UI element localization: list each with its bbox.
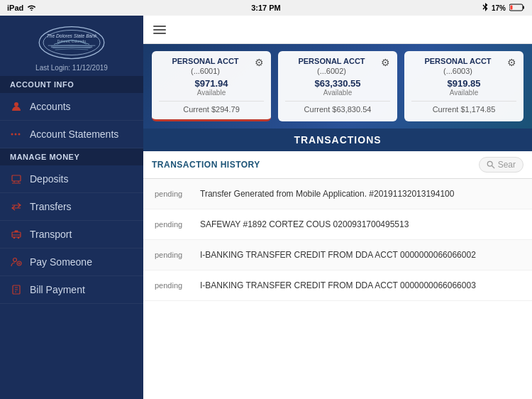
account-gear-2[interactable]: ⚙ bbox=[507, 57, 516, 68]
transaction-status-3: pending bbox=[155, 281, 190, 290]
account-gear-1[interactable]: ⚙ bbox=[381, 57, 390, 68]
sidebar-item-transport-label: Transport bbox=[30, 229, 72, 240]
hamburger-menu-button[interactable] bbox=[153, 26, 166, 34]
app-container: The Dolores State Bank Dolores, Colorado… bbox=[0, 16, 532, 399]
transport-icon bbox=[10, 228, 23, 241]
transactions-header: TRANSACTIONS bbox=[143, 129, 532, 151]
sidebar: The Dolores State Bank Dolores, Colorado… bbox=[0, 16, 143, 399]
account-card-1[interactable]: PERSONAL ACCT (...6002) ⚙ $63,330.55 Ava… bbox=[278, 51, 397, 121]
sidebar-item-transport[interactable]: Transport bbox=[0, 221, 143, 248]
svg-rect-1 bbox=[523, 6, 524, 9]
sidebar-item-transfers-label: Transfers bbox=[30, 201, 72, 212]
svg-point-10 bbox=[11, 133, 13, 136]
account-card-0[interactable]: PERSONAL ACCT (...6001) ⚙ $971.94 Availa… bbox=[152, 51, 271, 121]
search-icon bbox=[487, 160, 495, 169]
bill-icon bbox=[10, 283, 23, 296]
transaction-desc-2: I-BANKING TRANSFER CREDIT FROM DDA ACCT … bbox=[200, 250, 521, 260]
account-avail-1: Available bbox=[285, 89, 390, 97]
transfer-icon bbox=[10, 200, 23, 213]
status-bar-time: 3:17 PM bbox=[251, 4, 281, 12]
last-login-text: Last Login: 11/12/2019 bbox=[35, 64, 108, 72]
bluetooth-icon bbox=[482, 3, 488, 13]
table-row: pending Transfer Generated from Mobile A… bbox=[143, 179, 532, 209]
wifi-icon bbox=[27, 4, 36, 12]
svg-point-15 bbox=[13, 237, 16, 239]
transaction-desc-3: I-BANKING TRANSFER CREDIT FROM DDA ACCT … bbox=[200, 280, 521, 290]
svg-point-9 bbox=[14, 102, 18, 106]
dots-icon bbox=[10, 128, 23, 141]
sidebar-item-accounts-label: Accounts bbox=[30, 101, 71, 112]
status-bar: iPad 3:17 PM 17% bbox=[0, 0, 532, 16]
search-placeholder: Sear bbox=[498, 160, 516, 170]
svg-point-17 bbox=[13, 258, 17, 262]
search-box[interactable]: Sear bbox=[479, 157, 523, 173]
sidebar-item-pay-someone-label: Pay Someone bbox=[30, 256, 92, 268]
sidebar-logo: The Dolores State Bank Dolores, Colorado… bbox=[0, 16, 143, 76]
account-balance-0: $971.94 bbox=[159, 78, 264, 89]
sidebar-item-bill-payment[interactable]: Bill Payment bbox=[0, 276, 143, 304]
account-card-header-0: PERSONAL ACCT (...6001) ⚙ bbox=[159, 57, 264, 75]
person-icon bbox=[10, 100, 23, 113]
accounts-section: PERSONAL ACCT (...6001) ⚙ $971.94 Availa… bbox=[143, 44, 532, 129]
svg-point-12 bbox=[18, 133, 21, 136]
sidebar-item-account-statements[interactable]: Account Statements bbox=[0, 121, 143, 148]
account-avail-2: Available bbox=[411, 89, 516, 97]
sidebar-item-transfers[interactable]: Transfers bbox=[0, 193, 143, 221]
transaction-desc-1: SAFEWAY #1892 CORTEZ COUS 02009317004955… bbox=[200, 219, 521, 229]
transaction-history-label: TRANSACTION HISTORY bbox=[152, 160, 260, 170]
sidebar-item-account-statements-label: Account Statements bbox=[30, 129, 118, 140]
account-title-0: PERSONAL ACCT bbox=[159, 57, 252, 65]
status-bar-left: iPad bbox=[7, 4, 36, 12]
sidebar-item-bill-payment-label: Bill Payment bbox=[30, 284, 85, 295]
transaction-status-0: pending bbox=[155, 190, 190, 198]
sidebar-item-accounts[interactable]: Accounts bbox=[0, 93, 143, 121]
svg-text:The Dolores State Bank: The Dolores State Bank bbox=[47, 33, 97, 38]
account-avail-0: Available bbox=[159, 89, 264, 97]
account-balance-2: $919.85 bbox=[411, 78, 516, 89]
account-card-2[interactable]: PERSONAL ACCT (...6003) ⚙ $919.85 Availa… bbox=[404, 51, 523, 121]
table-row: pending SAFEWAY #1892 CORTEZ COUS 020093… bbox=[143, 209, 532, 240]
table-row: pending I-BANKING TRANSFER CREDIT FROM D… bbox=[143, 240, 532, 270]
sidebar-section-account-info: ACCOUNT INFO bbox=[0, 76, 143, 93]
svg-rect-13 bbox=[12, 175, 21, 181]
account-card-header-2: PERSONAL ACCT (...6003) ⚙ bbox=[411, 57, 516, 75]
top-bar bbox=[143, 16, 532, 44]
svg-line-21 bbox=[492, 165, 494, 168]
transaction-list: pending Transfer Generated from Mobile A… bbox=[143, 179, 532, 399]
transaction-desc-0: Transfer Generated from Mobile Applicati… bbox=[200, 189, 521, 199]
svg-point-20 bbox=[487, 161, 492, 166]
account-title-2: PERSONAL ACCT bbox=[411, 57, 504, 65]
account-balance-1: $63,330.55 bbox=[285, 78, 390, 89]
main-content: PERSONAL ACCT (...6001) ⚙ $971.94 Availa… bbox=[143, 16, 532, 399]
bank-logo-image: The Dolores State Bank Dolores, Colorado bbox=[36, 24, 107, 61]
pay-icon bbox=[10, 256, 23, 268]
deposit-icon bbox=[10, 173, 23, 185]
svg-rect-2 bbox=[511, 5, 513, 9]
account-current-0: Current $294.79 bbox=[159, 101, 264, 114]
svg-point-16 bbox=[18, 237, 20, 239]
status-bar-right: 17% bbox=[482, 3, 525, 13]
account-current-1: Current $63,830.54 bbox=[285, 101, 390, 114]
transaction-history-bar: TRANSACTION HISTORY Sear bbox=[143, 151, 532, 179]
transaction-status-2: pending bbox=[155, 251, 190, 259]
battery-label: 17% bbox=[492, 4, 506, 12]
account-title-1: PERSONAL ACCT bbox=[285, 57, 378, 65]
svg-text:Dolores, Colorado: Dolores, Colorado bbox=[57, 39, 87, 43]
account-current-2: Current $1,174.85 bbox=[411, 101, 516, 114]
account-card-header-1: PERSONAL ACCT (...6002) ⚙ bbox=[285, 57, 390, 75]
account-number-0: (...6001) bbox=[159, 67, 252, 75]
account-gear-0[interactable]: ⚙ bbox=[255, 57, 264, 68]
sidebar-item-pay-someone[interactable]: Pay Someone bbox=[0, 248, 143, 276]
account-number-1: (...6002) bbox=[285, 67, 378, 75]
battery-icon bbox=[509, 4, 525, 13]
sidebar-section-manage-money: MANAGE MONEY bbox=[0, 148, 143, 165]
transaction-status-1: pending bbox=[155, 220, 190, 229]
sidebar-item-deposits[interactable]: Deposits bbox=[0, 165, 143, 193]
svg-point-11 bbox=[15, 133, 17, 136]
carrier-label: iPad bbox=[7, 4, 23, 12]
account-number-2: (...6003) bbox=[411, 67, 504, 75]
sidebar-item-deposits-label: Deposits bbox=[30, 173, 68, 185]
table-row: pending I-BANKING TRANSFER CREDIT FROM D… bbox=[143, 270, 532, 301]
